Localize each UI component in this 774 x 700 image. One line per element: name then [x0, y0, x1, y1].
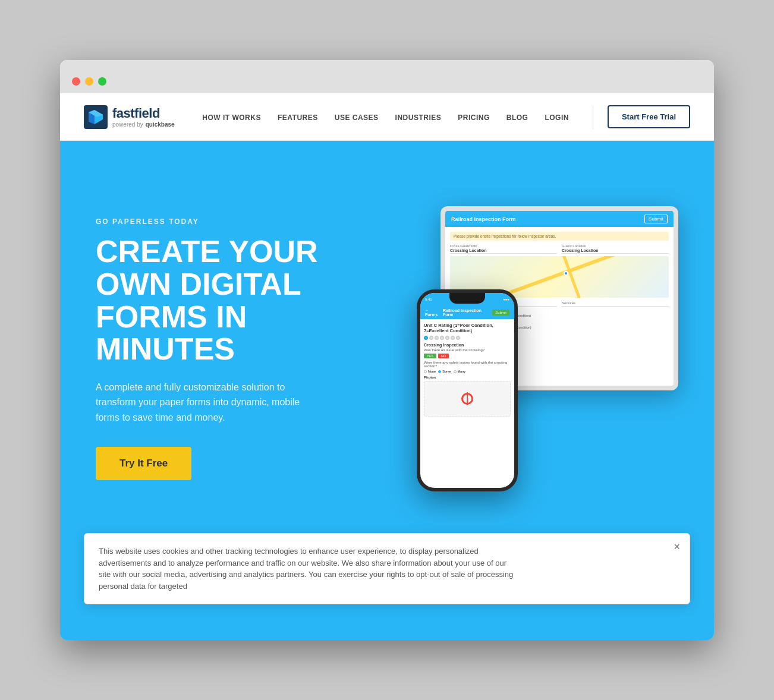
phone-nav-bar: ← Forms Railroad Inspection Form Submit [420, 306, 514, 319]
nav-item-features[interactable]: FEATURES [278, 112, 318, 122]
nav-link-login[interactable]: LOGIN [545, 113, 569, 122]
nav-item-use-cases[interactable]: USE CASES [335, 112, 379, 122]
phone-no-btn[interactable]: NO [438, 354, 449, 358]
phone-photos-label: Photos [424, 376, 511, 379]
tablet-submit-button[interactable]: Submit [644, 215, 668, 223]
logo-brand-name: fastfield [112, 106, 175, 121]
phone-option-some-label: Some [442, 370, 451, 373]
tablet-field-label-service: Services [562, 301, 669, 305]
hero-eyebrow: GO PAPERLESS TODAY [96, 217, 381, 226]
nav-item-how-it-works[interactable]: HOW IT WORKS [202, 112, 261, 122]
phone-radio-many [454, 370, 457, 373]
nav-link-industries[interactable]: INDUSTRIES [395, 113, 442, 122]
phone-yes-btn[interactable]: YES [424, 354, 436, 358]
phone-photo-area[interactable] [424, 381, 511, 417]
quickbase-logo-text: quickbase [146, 121, 175, 128]
browser-chrome [60, 60, 714, 93]
phone-radio-none [424, 370, 427, 373]
hero-devices: Railroad Inspection Form Submit Please p… [381, 224, 678, 474]
traffic-light-yellow[interactable] [85, 77, 93, 86]
bottom-section: × This website uses cookies and other tr… [60, 533, 714, 640]
hero-content: GO PAPERLESS TODAY CREATE YOUR OWN DIGIT… [96, 217, 381, 480]
navbar: fastfield powered by quickbase HOW IT WO… [60, 93, 714, 141]
tablet-map-road-v [562, 256, 581, 298]
nav-item-industries[interactable]: INDUSTRIES [395, 112, 442, 122]
nav-item-pricing[interactable]: PRICING [458, 112, 490, 122]
phone-option-some[interactable]: Some [438, 370, 451, 373]
phone-option-many[interactable]: Many [454, 370, 465, 373]
logo-powered-text: powered by quickbase [112, 121, 175, 128]
phone-time: 9:41 [425, 298, 432, 301]
logo-text: fastfield powered by quickbase [112, 106, 175, 128]
traffic-light-green[interactable] [98, 77, 106, 86]
tablet-field-label-2: Guard Location [562, 244, 669, 248]
logo[interactable]: fastfield powered by quickbase [84, 105, 175, 129]
phone-signal: ●●● [503, 298, 509, 301]
nav-link-use-cases[interactable]: USE CASES [335, 113, 379, 122]
nav-links: HOW IT WORKS FEATURES USE CASES INDUSTRI… [202, 112, 569, 122]
nav-divider [593, 105, 593, 129]
tablet-field-value-service [562, 305, 669, 307]
phone-mockup: 9:41 ●●● ← Forms Railroad Inspection For… [417, 289, 518, 491]
tablet-map-dot [564, 271, 568, 276]
phone-radio-some [438, 370, 441, 373]
tablet-header: Railroad Inspection Form Submit [445, 211, 674, 227]
phone-option-none[interactable]: None [424, 370, 436, 373]
traffic-light-red[interactable] [72, 77, 80, 86]
phone-option-many-label: Many [458, 370, 465, 373]
tablet-field-label-1: Cross Guard Info [450, 244, 557, 248]
phone-options-2: None Some Many [424, 370, 511, 373]
nav-link-how-it-works[interactable]: HOW IT WORKS [202, 113, 261, 122]
cookie-text: This website uses cookies and other trac… [99, 546, 515, 592]
tablet-field-value-2: Crossing Location [562, 248, 669, 254]
phone-photo-cross [467, 392, 468, 405]
fastfield-logo-icon [84, 105, 108, 129]
tablet-form-title: Railroad Inspection Form [451, 216, 516, 222]
phone-form-title: Railroad Inspection Form [443, 308, 492, 317]
nav-link-features[interactable]: FEATURES [278, 113, 318, 122]
phone-question-1: Was there an issue with the Crossing? [424, 348, 511, 352]
phone-body: Unit C Rating (1=Poor Condition, 7=Excel… [420, 319, 514, 420]
website-content: fastfield powered by quickbase HOW IT WO… [60, 93, 714, 640]
phone-notch [449, 293, 485, 304]
hero-description: A complete and fully customizable soluti… [96, 380, 322, 425]
hero-title: CREATE YOUR OWN DIGITAL FORMS IN MINUTES [96, 235, 381, 365]
cookie-close-button[interactable]: × [674, 541, 680, 553]
phone-yes-no-1: YES NO [424, 354, 511, 358]
phone-section-header: Unit C Rating (1=Poor Condition, 7=Excel… [424, 323, 511, 333]
hero-section: GO PAPERLESS TODAY CREATE YOUR OWN DIGIT… [60, 141, 714, 557]
phone-screen: 9:41 ●●● ← Forms Railroad Inspection For… [420, 293, 514, 488]
cookie-banner: × This website uses cookies and other tr… [84, 533, 690, 604]
phone-submit-button[interactable]: Submit [492, 310, 509, 316]
phone-question-2: Were there any safety issues found with … [424, 361, 511, 368]
nav-link-pricing[interactable]: PRICING [458, 113, 490, 122]
nav-link-blog[interactable]: BLOG [506, 113, 528, 122]
phone-crossing-section: Crossing Inspection [424, 343, 511, 347]
nav-item-blog[interactable]: BLOG [506, 112, 528, 122]
tablet-field-value-1: Crossing Location [450, 248, 557, 254]
tablet-instructions: Please provide onsite inspections for fo… [450, 232, 669, 241]
try-it-free-button[interactable]: Try It Free [96, 447, 191, 480]
nav-item-login[interactable]: LOGIN [545, 112, 569, 122]
phone-option-none-label: None [428, 370, 436, 373]
start-free-trial-button[interactable]: Start Free Trial [608, 105, 690, 128]
phone-back-link[interactable]: ← Forms [425, 308, 443, 317]
